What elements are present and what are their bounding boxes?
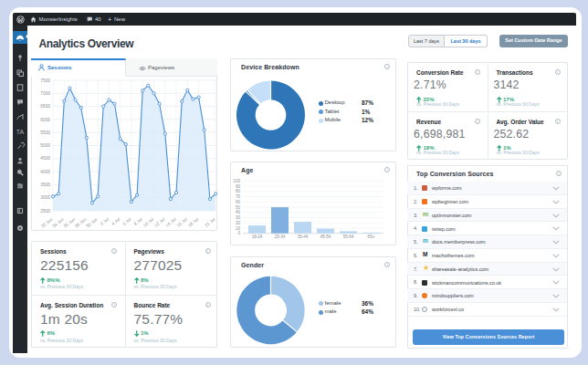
svg-text:65+: 65+ bbox=[368, 235, 375, 239]
svg-text:35-44: 35-44 bbox=[298, 235, 309, 239]
svg-text:90: 90 bbox=[236, 184, 241, 189]
svg-text:25-34: 25-34 bbox=[275, 235, 286, 239]
svg-text:40: 40 bbox=[236, 210, 241, 214]
svg-text:100: 100 bbox=[233, 179, 240, 183]
svg-text:30: 30 bbox=[236, 215, 241, 220]
svg-text:60: 60 bbox=[236, 200, 241, 204]
svg-text:45-54: 45-54 bbox=[320, 235, 331, 239]
svg-text:18-24: 18-24 bbox=[252, 235, 263, 239]
svg-text:70: 70 bbox=[236, 194, 241, 199]
svg-text:10: 10 bbox=[236, 226, 241, 231]
svg-text:80: 80 bbox=[236, 189, 241, 193]
svg-text:50: 50 bbox=[236, 205, 241, 210]
svg-text:20: 20 bbox=[236, 221, 241, 225]
svg-text:0: 0 bbox=[237, 231, 240, 235]
svg-text:55-64: 55-64 bbox=[343, 235, 354, 239]
